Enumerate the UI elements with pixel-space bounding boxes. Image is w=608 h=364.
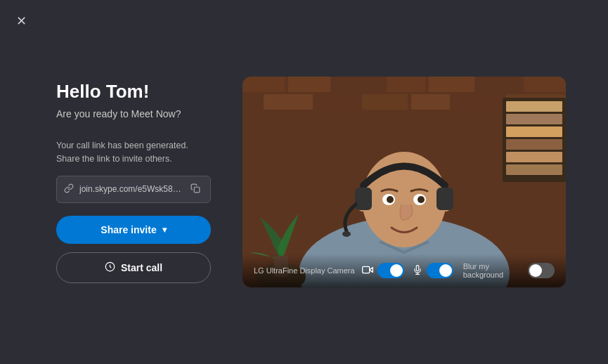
svg-rect-38 xyxy=(362,266,369,273)
close-button[interactable]: ✕ xyxy=(11,11,31,31)
phone-icon xyxy=(105,261,115,274)
svg-rect-17 xyxy=(506,101,562,112)
svg-rect-8 xyxy=(478,77,520,92)
link-box: LG UltraFine Display Camera join.skype.c… xyxy=(56,176,211,203)
svg-rect-12 xyxy=(362,94,408,110)
share-invite-label: Share invite xyxy=(101,224,156,235)
svg-rect-11 xyxy=(316,94,358,110)
svg-rect-5 xyxy=(334,77,383,92)
svg-rect-19 xyxy=(506,126,562,137)
mic-icon xyxy=(413,265,422,277)
video-background: LG UltraFine Display Camera xyxy=(242,77,566,287)
camera-icon xyxy=(362,264,373,278)
svg-rect-3 xyxy=(242,77,285,92)
blur-toggle[interactable] xyxy=(528,263,555,278)
link-icon xyxy=(64,183,74,195)
video-controls-bar: LG UltraFine Display Camera xyxy=(242,254,566,287)
svg-rect-4 xyxy=(288,77,330,92)
video-panel: LG UltraFine Display Camera xyxy=(242,77,566,287)
start-call-label: Start call xyxy=(121,262,162,273)
svg-rect-20 xyxy=(506,139,562,150)
mic-toggle[interactable] xyxy=(427,263,453,278)
svg-rect-6 xyxy=(387,77,425,92)
svg-marker-37 xyxy=(369,267,373,272)
close-icon: ✕ xyxy=(16,13,27,29)
svg-rect-10 xyxy=(264,94,313,110)
svg-rect-22 xyxy=(506,164,562,175)
share-invite-button[interactable]: Share invite ▾ xyxy=(56,216,211,244)
call-link-info: Your call link has been generated. Share… xyxy=(56,139,211,166)
camera-control-group: Blur my background xyxy=(362,262,555,279)
chevron-down-icon: ▾ xyxy=(162,225,167,235)
svg-rect-14 xyxy=(453,94,503,110)
subtitle-text: Are you ready to Meet Now? xyxy=(56,108,211,119)
svg-rect-18 xyxy=(506,114,562,124)
camera-toggle[interactable] xyxy=(377,263,404,278)
svg-point-34 xyxy=(418,196,425,203)
camera-name-label: LG UltraFine Display Camera xyxy=(254,266,355,275)
link-url-display: join.skype.com/e5Wsk580Q xyxy=(79,184,182,194)
svg-rect-0 xyxy=(194,187,200,193)
svg-rect-21 xyxy=(506,152,562,162)
svg-rect-13 xyxy=(411,94,450,110)
svg-rect-7 xyxy=(429,77,474,92)
svg-rect-29 xyxy=(436,188,453,210)
start-call-button[interactable]: Start call xyxy=(56,252,211,283)
svg-point-33 xyxy=(387,196,394,203)
copy-link-button[interactable] xyxy=(188,182,203,197)
svg-rect-28 xyxy=(355,188,372,210)
svg-point-30 xyxy=(342,231,351,237)
svg-rect-9 xyxy=(524,77,566,92)
greeting-text: Hello Tom! xyxy=(56,81,211,103)
left-panel: Hello Tom! Are you ready to Meet Now? Yo… xyxy=(42,0,225,364)
blur-background-label: Blur my background xyxy=(463,262,521,279)
